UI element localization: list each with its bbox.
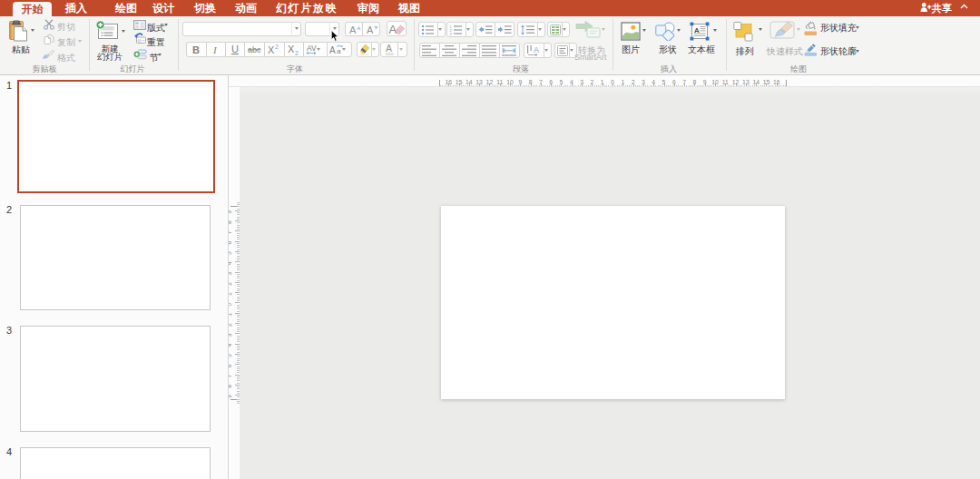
svg-text:1: 1 [229,292,232,296]
svg-text:1: 1 [621,79,624,85]
svg-text:1: 1 [229,313,232,317]
svg-text:4: 4 [652,79,655,85]
svg-text:15: 15 [456,79,463,85]
svg-text:A: A [367,24,374,35]
svg-text:U: U [231,44,239,54]
svg-text:15: 15 [763,79,770,85]
svg-text:2: 2 [295,50,299,56]
svg-text:AV: AV [307,44,317,53]
svg-text:0: 0 [229,302,232,306]
svg-text:3: 3 [450,32,453,35]
svg-text:9: 9 [229,395,232,398]
svg-text:A: A [389,23,397,34]
svg-text:8: 8 [529,79,533,85]
svg-text:7: 7 [229,374,232,377]
svg-text:I: I [212,44,218,55]
svg-text:X: X [288,44,295,54]
svg-text:7: 7 [682,79,686,85]
svg-text:2: 2 [229,282,232,286]
svg-text:13: 13 [742,79,750,85]
svg-text:11: 11 [496,79,503,85]
svg-text:9: 9 [518,79,522,85]
svg-text:2: 2 [275,44,279,50]
svg-text:10: 10 [506,79,514,85]
svg-text:0: 0 [611,79,614,85]
svg-text:14: 14 [752,79,760,85]
svg-text:5: 5 [662,79,666,85]
svg-text:8: 8 [229,220,232,224]
svg-text:B: B [192,44,200,55]
svg-text:3: 3 [580,79,583,85]
svg-text:A: A [349,24,357,35]
svg-text:13: 13 [475,79,483,85]
svg-text:5: 5 [229,251,232,255]
svg-text:A: A [386,43,392,54]
svg-text:16: 16 [445,79,452,85]
svg-text:6: 6 [672,79,676,85]
svg-text:8: 8 [693,79,697,85]
svg-text:3: 3 [642,79,645,85]
svg-text:4: 4 [229,261,232,265]
svg-text:10: 10 [711,79,719,85]
svg-text:3: 3 [229,271,232,275]
svg-text:A: A [534,45,539,54]
svg-text:12: 12 [486,79,494,85]
svg-text:7: 7 [229,230,232,234]
svg-text:2: 2 [591,79,594,85]
svg-text:14: 14 [466,79,473,85]
svg-text:2: 2 [632,79,635,85]
svg-text:6: 6 [549,79,553,85]
svg-text:3: 3 [229,333,232,337]
svg-text:X: X [268,44,275,55]
svg-text:5: 5 [560,79,564,85]
svg-text:A: A [694,26,700,34]
svg-text:4: 4 [229,344,232,347]
svg-text:9: 9 [229,210,232,214]
svg-text:2: 2 [229,323,232,327]
svg-text:1: 1 [601,79,604,85]
svg-text:12: 12 [732,79,740,85]
svg-text:8: 8 [229,385,232,388]
svg-text:16: 16 [773,79,780,85]
svg-text:5: 5 [229,354,232,357]
svg-text:A: A [329,45,336,55]
svg-text:4: 4 [570,79,573,85]
svg-text:11: 11 [722,79,729,85]
svg-text:6: 6 [229,241,232,245]
svg-text:abc: abc [248,45,261,54]
svg-text:6: 6 [229,364,232,367]
svg-text:7: 7 [539,79,543,85]
svg-text:a: a [337,47,341,55]
svg-text:9: 9 [703,79,707,85]
